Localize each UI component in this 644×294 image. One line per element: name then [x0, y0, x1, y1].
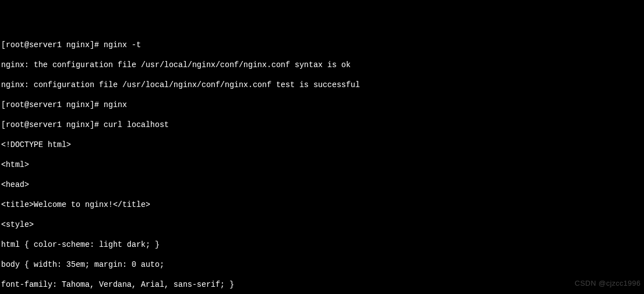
terminal-line: <html>: [1, 160, 643, 170]
terminal-line: [root@server1 nginx]# curl localhost: [1, 120, 643, 130]
terminal-line: body { width: 35em; margin: 0 auto;: [1, 260, 643, 270]
terminal-line: html { color-scheme: light dark; }: [1, 240, 643, 250]
terminal-line: [root@server1 nginx]# nginx -t: [1, 40, 643, 50]
terminal-line: nginx: the configuration file /usr/local…: [1, 60, 643, 70]
terminal-line: <title>Welcome to nginx!</title>: [1, 200, 643, 210]
terminal-line: [root@server1 nginx]# nginx: [1, 100, 643, 110]
terminal-line: nginx: configuration file /usr/local/ngi…: [1, 80, 643, 90]
watermark-text: CSDN @cjzcc1996: [575, 278, 641, 288]
terminal-line: <head>: [1, 180, 643, 190]
terminal-line: font-family: Tahoma, Verdana, Arial, san…: [1, 280, 643, 290]
terminal-line: <style>: [1, 220, 643, 230]
terminal-line: <!DOCTYPE html>: [1, 140, 643, 150]
